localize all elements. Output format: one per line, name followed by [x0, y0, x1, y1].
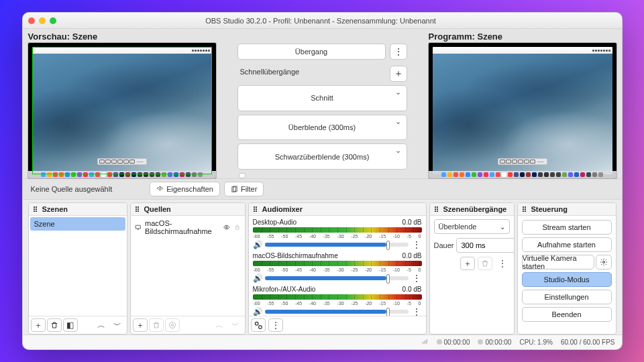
svg-point-14 [138, 210, 139, 212]
close-window-button[interactable] [28, 17, 35, 24]
remove-scene-button[interactable] [47, 318, 62, 332]
svg-rect-17 [235, 227, 239, 230]
scenes-title: Szenen [42, 205, 68, 213]
sources-panel: Quellen macOS-Bildschirmaufnahme ＋ [130, 202, 246, 335]
audio-meter [253, 227, 422, 233]
zoom-window-button[interactable] [50, 17, 56, 24]
program-viewport[interactable]: —— [429, 43, 616, 178]
preview-macos-dock [28, 171, 216, 178]
app-window: OBS Studio 30.2.0 - Profil: Unbenannt - … [22, 12, 623, 350]
source-properties-button[interactable] [165, 318, 180, 332]
advanced-audio-button[interactable] [251, 318, 266, 332]
mixer-channel-level: 0.0 dB [402, 219, 422, 226]
lock-icon[interactable] [234, 223, 241, 231]
transition-props-button[interactable]: ⋮ [495, 257, 510, 270]
fps-indicator: 60.00 / 60.00 FPS [561, 339, 615, 346]
start-stream-button[interactable]: Stream starten [522, 220, 612, 235]
mute-button[interactable]: 🔊 [253, 307, 262, 316]
stream-indicator: 00:00:00 [437, 339, 470, 346]
volume-slider[interactable] [265, 243, 409, 247]
status-bar: 00:00:00 00:00:00 CPU: 1.9% 60.00 / 60.0… [23, 335, 622, 349]
transition-button[interactable]: Übergang [237, 44, 386, 60]
svg-rect-15 [136, 225, 140, 229]
scene-item[interactable]: Szene [30, 217, 125, 231]
svg-point-3 [34, 206, 35, 208]
record-time: 00:00:00 [485, 339, 511, 346]
window-title: OBS Studio 30.2.0 - Profil: Unbenannt - … [56, 17, 586, 25]
scene-filter-button[interactable]: ◧ [63, 318, 78, 332]
quick-transition-cut[interactable]: Schnitt [237, 85, 407, 111]
studio-mode-button[interactable]: Studio-Modus [522, 272, 612, 287]
preview-content: —— [32, 54, 212, 174]
program-macos-menubar [433, 47, 612, 54]
stream-time: 00:00:00 [444, 339, 470, 346]
duration-label: Dauer [434, 241, 454, 249]
svg-point-24 [256, 208, 257, 210]
network-icon [421, 338, 429, 347]
source-move-up-button[interactable]: ︿ [212, 318, 227, 332]
controls-header[interactable]: Steuerung [518, 203, 616, 216]
remove-transition-button[interactable] [478, 257, 492, 270]
mute-button[interactable]: 🔊 [253, 274, 262, 283]
svg-point-11 [136, 210, 137, 212]
source-move-down-button[interactable]: ﹀ [228, 318, 243, 332]
source-item-label: macOS-Bildschirmaufnahme [145, 219, 219, 235]
mixer-menu-button[interactable]: ⋮ [268, 318, 283, 332]
remove-source-button[interactable] [149, 318, 164, 332]
scenes-header[interactable]: Szenen [29, 203, 127, 216]
add-quick-transition-button[interactable]: ＋ [390, 66, 407, 82]
mixer-channel-name: Mikrofon-/AUX-Audio [253, 286, 316, 293]
add-scene-button[interactable]: ＋ [31, 318, 46, 332]
preview-macos-menubar [32, 47, 212, 54]
studio-area: Vorschau: Szene —— Übergang ⋮ Schnellübe… [23, 29, 622, 178]
start-record-button[interactable]: Aufnahme starten [522, 237, 612, 252]
quick-transition-blackfade[interactable]: Schwarzüberblende (300ms) [237, 143, 407, 170]
scene-transitions-header[interactable]: Szenenübergänge [430, 203, 514, 216]
start-vcam-button[interactable]: Virtuelle Kamera starten [522, 255, 594, 269]
mixer-channel: macOS-Bildschirmaufnahme0.0 dB-60-55-50-… [250, 251, 425, 284]
duration-input[interactable] [456, 238, 513, 253]
svg-point-28 [435, 206, 436, 208]
settings-button[interactable]: Einstellungen [522, 290, 612, 304]
source-item[interactable]: macOS-Bildschirmaufnahme [132, 217, 244, 237]
sources-header[interactable]: Quellen [131, 203, 245, 216]
mixer-header[interactable]: Audiomixer [249, 203, 426, 216]
svg-point-7 [36, 208, 37, 210]
window-controls [28, 17, 56, 24]
mute-button[interactable]: 🔊 [253, 240, 262, 249]
audio-mixer-panel: Audiomixer Desktop-Audio0.0 dB-60-55-50-… [248, 202, 427, 335]
preview-viewport[interactable]: —— [28, 43, 216, 178]
exit-button[interactable]: Beenden [522, 307, 612, 322]
channel-menu-button[interactable]: ⋮ [411, 240, 422, 249]
svg-point-31 [437, 206, 438, 208]
controls-panel: Steuerung Stream starten Aufnahme starte… [517, 202, 616, 335]
visibility-toggle[interactable] [223, 223, 230, 231]
trash-icon [152, 321, 160, 329]
volume-slider[interactable] [265, 310, 409, 314]
add-transition-button[interactable]: ＋ [460, 257, 475, 270]
quick-transitions-label: Schnellübergänge [237, 66, 386, 82]
transition-menu-button[interactable]: ⋮ [390, 44, 407, 60]
mixer-toolbar: ⋮ [249, 316, 426, 334]
audio-meter [253, 261, 422, 266]
properties-button[interactable]: Eigenschaften [150, 182, 220, 196]
filters-button[interactable]: Filter [224, 182, 264, 196]
svg-point-4 [34, 208, 35, 210]
dock-grip-icon [253, 206, 260, 213]
minimize-window-button[interactable] [39, 17, 46, 24]
quick-transition-fade[interactable]: Überblende (300ms) [237, 115, 407, 141]
svg-point-27 [258, 326, 262, 329]
scenes-toolbar: ＋ ◧ ︿ ﹀ [29, 316, 127, 334]
vcam-settings-button[interactable] [596, 255, 612, 269]
screen-capture-icon [135, 223, 142, 231]
tbar-slider[interactable] [239, 173, 246, 178]
scene-move-up-button[interactable]: ︿ [94, 318, 109, 332]
svg-point-35 [523, 208, 524, 210]
scene-move-down-button[interactable]: ﹀ [110, 318, 125, 332]
channel-menu-button[interactable]: ⋮ [411, 274, 422, 283]
transition-select[interactable]: Überblende [434, 219, 510, 234]
channel-menu-button[interactable]: ⋮ [411, 307, 422, 316]
volume-slider[interactable] [265, 276, 409, 280]
svg-point-29 [435, 208, 436, 210]
add-source-button[interactable]: ＋ [133, 318, 148, 332]
